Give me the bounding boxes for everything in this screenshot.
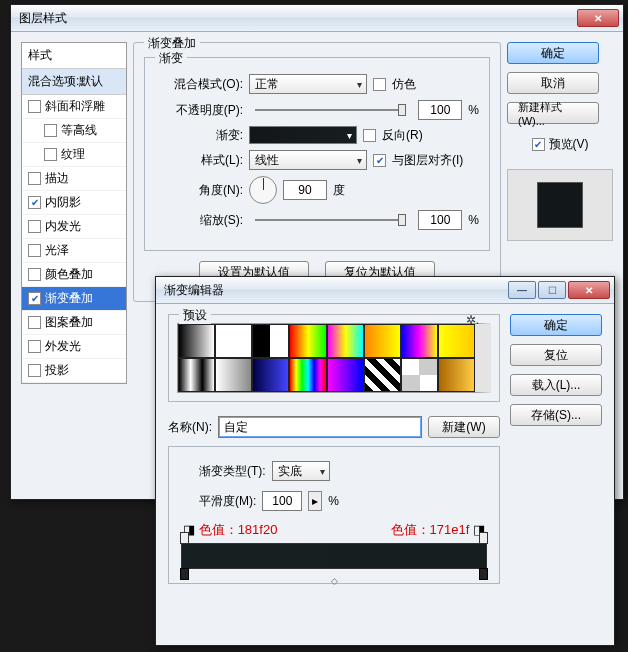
ge-load-button[interactable]: 载入(L)... (510, 374, 602, 396)
name-input[interactable]: 自定 (218, 416, 422, 438)
preset-swatch[interactable] (364, 358, 401, 392)
style-checkbox[interactable] (28, 340, 41, 353)
preset-swatch[interactable] (289, 358, 326, 392)
style-item[interactable]: 斜面和浮雕 (22, 95, 126, 119)
style-checkbox[interactable] (28, 100, 41, 113)
style-checkbox[interactable] (28, 172, 41, 185)
close-icon[interactable] (577, 9, 619, 27)
preset-swatch[interactable] (252, 358, 289, 392)
preset-swatch[interactable] (252, 324, 289, 358)
smoothness-stepper[interactable]: ▸ (308, 491, 322, 511)
name-label: 名称(N): (168, 419, 212, 436)
style-item[interactable]: 图案叠加 (22, 311, 126, 335)
preset-swatch[interactable] (327, 324, 364, 358)
preset-swatch[interactable] (215, 324, 252, 358)
close-icon[interactable] (568, 281, 610, 299)
reverse-checkbox[interactable] (363, 129, 376, 142)
style-label: 样式(L): (155, 152, 243, 169)
gradient-edit-group: 渐变类型(T): 实底 平滑度(M): 100 ▸ % ◨ 色值：181f20 … (168, 446, 500, 584)
color-value-left: 色值：181f20 (199, 522, 278, 537)
style-label: 纹理 (61, 146, 85, 163)
style-checkbox[interactable] (28, 196, 41, 209)
style-select[interactable]: 线性 (249, 150, 367, 170)
blend-options-row[interactable]: 混合选项:默认 (22, 68, 126, 95)
gradient-type-select[interactable]: 实底 (272, 461, 330, 481)
style-checkbox[interactable] (44, 148, 57, 161)
style-item[interactable]: 等高线 (22, 119, 126, 143)
ge-ok-button[interactable]: 确定 (510, 314, 602, 336)
style-checkbox[interactable] (44, 124, 57, 137)
scale-input[interactable]: 100 (418, 210, 462, 230)
blend-mode-label: 混合模式(O): (155, 76, 243, 93)
gradient-editor-title: 渐变编辑器 (164, 282, 508, 299)
align-checkbox[interactable] (373, 154, 386, 167)
style-item[interactable]: 颜色叠加 (22, 263, 126, 287)
preset-swatch[interactable] (178, 324, 215, 358)
maximize-icon[interactable] (538, 281, 566, 299)
align-label: 与图层对齐(I) (392, 152, 463, 169)
opacity-stop-left[interactable] (180, 532, 189, 544)
style-item[interactable]: 外发光 (22, 335, 126, 359)
preview-checkbox[interactable] (532, 138, 545, 151)
preset-swatch[interactable] (215, 358, 252, 392)
preset-swatch[interactable] (438, 324, 475, 358)
style-label: 图案叠加 (45, 314, 93, 331)
style-item[interactable]: 投影 (22, 359, 126, 383)
styles-header[interactable]: 样式 (22, 43, 126, 68)
presets-group: 预设 ✲. (168, 314, 500, 402)
ge-reset-button[interactable]: 复位 (510, 344, 602, 366)
gradient-bar[interactable]: ◇ (181, 543, 487, 569)
scale-slider[interactable] (255, 219, 406, 221)
new-style-button[interactable]: 新建样式(W)... (507, 102, 599, 124)
style-checkbox[interactable] (28, 220, 41, 233)
opacity-slider[interactable] (255, 109, 406, 111)
midpoint-icon[interactable]: ◇ (331, 576, 338, 586)
preset-swatch[interactable] (289, 324, 326, 358)
style-item[interactable]: 内发光 (22, 215, 126, 239)
opacity-unit: % (468, 103, 479, 117)
style-item[interactable]: 内阴影 (22, 191, 126, 215)
preset-swatch[interactable] (178, 358, 215, 392)
opacity-stop-right[interactable] (479, 532, 488, 544)
angle-wheel[interactable] (249, 176, 277, 204)
preview-box (507, 169, 613, 241)
style-item[interactable]: 描边 (22, 167, 126, 191)
style-checkbox[interactable] (28, 292, 41, 305)
preset-grid[interactable] (177, 323, 491, 393)
gradient-editor-titlebar[interactable]: 渐变编辑器 (156, 277, 614, 304)
angle-unit: 度 (333, 182, 345, 199)
opacity-label: 不透明度(P): (155, 102, 243, 119)
smoothness-input[interactable]: 100 (262, 491, 302, 511)
style-checkbox[interactable] (28, 316, 41, 329)
layer-style-titlebar[interactable]: 图层样式 (11, 5, 623, 32)
style-checkbox[interactable] (28, 244, 41, 257)
angle-input[interactable]: 90 (283, 180, 327, 200)
style-label: 渐变叠加 (45, 290, 93, 307)
preset-swatch[interactable] (327, 358, 364, 392)
gradient-editor-buttons: 确定 复位 载入(L)... 存储(S)... (510, 314, 602, 584)
blend-mode-select[interactable]: 正常 (249, 74, 367, 94)
styles-list: 样式 混合选项:默认 斜面和浮雕等高线纹理描边内阴影内发光光泽颜色叠加渐变叠加图… (21, 42, 127, 384)
cancel-button[interactable]: 取消 (507, 72, 599, 94)
color-stop-left[interactable] (180, 568, 189, 580)
style-item[interactable]: 渐变叠加 (22, 287, 126, 311)
scale-unit: % (468, 213, 479, 227)
preset-swatch[interactable] (364, 324, 401, 358)
style-checkbox[interactable] (28, 268, 41, 281)
style-item[interactable]: 纹理 (22, 143, 126, 167)
style-checkbox[interactable] (28, 364, 41, 377)
dither-checkbox[interactable] (373, 78, 386, 91)
gradient-label: 渐变: (155, 127, 243, 144)
ok-button[interactable]: 确定 (507, 42, 599, 64)
ge-save-button[interactable]: 存储(S)... (510, 404, 602, 426)
preset-swatch[interactable] (401, 358, 438, 392)
minimize-icon[interactable] (508, 281, 536, 299)
new-gradient-button[interactable]: 新建(W) (428, 416, 500, 438)
style-item[interactable]: 光泽 (22, 239, 126, 263)
preset-swatch[interactable] (438, 358, 475, 392)
gear-icon[interactable]: ✲. (466, 313, 479, 327)
preset-swatch[interactable] (401, 324, 438, 358)
color-stop-right[interactable] (479, 568, 488, 580)
opacity-input[interactable]: 100 (418, 100, 462, 120)
gradient-swatch[interactable] (249, 126, 357, 144)
